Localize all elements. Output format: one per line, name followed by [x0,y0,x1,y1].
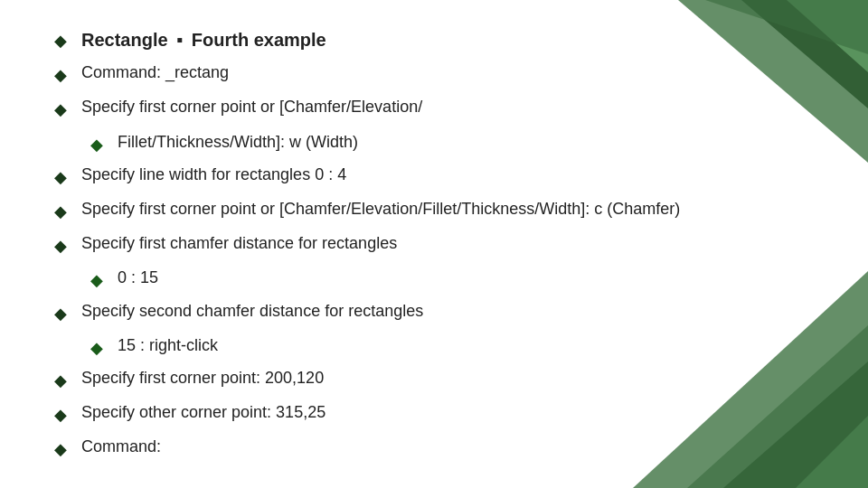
list-item: ◆Fillet/Thickness/Width]: w (Width) [90,131,823,156]
list-item: ◆0 : 15 [90,267,823,292]
list-item: ◆Specify other corner point: 315,25 [54,401,823,427]
bullet-icon: ◆ [54,99,74,121]
item-text: Specify first corner point: 200,120 [81,367,823,389]
list-item: ◆Specify second chamfer distance for rec… [54,300,823,325]
bullet-icon: ◆ [90,134,110,156]
item-text: 0 : 15 [118,267,823,289]
title-text: Rectangle ▪ Fourth example [81,27,823,52]
item-text: Fillet/Thickness/Width]: w (Width) [118,131,823,154]
bullet-icon: ◆ [54,404,74,427]
bullet-icon: ◆ [90,337,110,360]
list-item: ◆Specify first corner point or [Chamfer/… [54,198,823,223]
bullet-icon: ◆ [54,370,74,392]
list-item: ◆Specify first chamfer distance for rect… [54,232,823,258]
list-item: ◆15 : right-click [90,334,823,360]
bullet-icon: ◆ [54,235,74,258]
list-item: ◆Command: _rectang [54,61,823,87]
bullet-icon-title: ◆ [54,30,74,52]
item-text: Specify first corner point or [Chamfer/E… [81,96,823,118]
fourth-example-label: Fourth example [192,30,326,50]
item-text: Command: [81,436,823,458]
item-text: Command: _rectang [81,61,823,84]
list-item: ◆Specify first corner point or [Chamfer/… [54,96,823,121]
title-item: ◆ Rectangle ▪ Fourth example [54,27,823,52]
list-item: ◆Specify line width for rectangles 0 : 4 [54,164,823,189]
item-text: Specify other corner point: 315,25 [81,401,823,424]
bullet-icon: ◆ [54,438,74,461]
dot-separator: ▪ [172,30,188,50]
item-text: Specify first corner point or [Chamfer/E… [81,198,823,221]
bullet-icon: ◆ [54,201,74,223]
bullet-icon: ◆ [54,64,74,87]
item-text: Specify line width for rectangles 0 : 4 [81,164,823,186]
item-text: Specify first chamfer distance for recta… [81,232,823,255]
item-text: 15 : right-click [118,334,823,357]
bullet-icon: ◆ [54,166,74,189]
item-text: Specify second chamfer distance for rect… [81,300,823,323]
list-item: ◆Command: [54,436,823,461]
bullet-icon: ◆ [54,303,74,325]
list-item: ◆Specify first corner point: 200,120 [54,367,823,392]
bullet-icon: ◆ [90,269,110,292]
rectangle-label: Rectangle [81,30,168,50]
